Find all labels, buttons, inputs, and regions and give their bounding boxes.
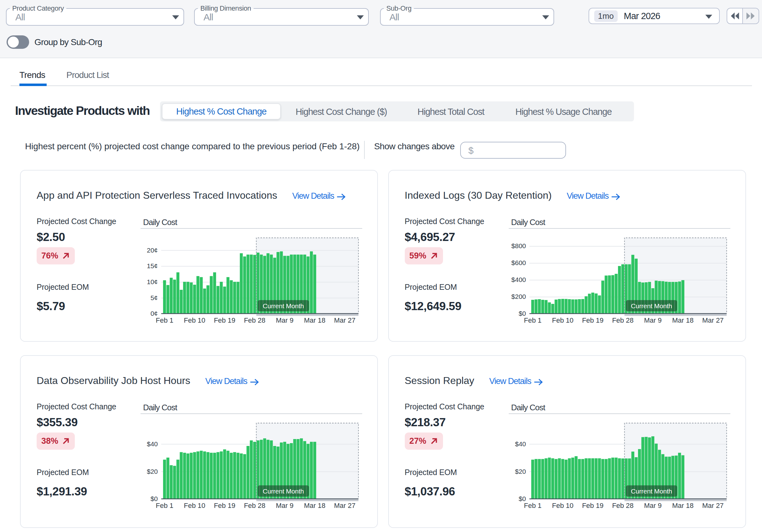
svg-text:$0: $0 — [518, 310, 526, 317]
svg-text:$600: $600 — [511, 259, 526, 266]
svg-text:$40: $40 — [147, 440, 158, 447]
svg-text:Feb 19: Feb 19 — [582, 501, 604, 509]
svg-text:0¢: 0¢ — [151, 310, 158, 317]
svg-text:Feb 1: Feb 1 — [156, 316, 173, 324]
svg-text:Feb 1: Feb 1 — [524, 316, 541, 324]
svg-text:Mar 27: Mar 27 — [702, 501, 723, 509]
svg-text:Feb 10: Feb 10 — [184, 316, 205, 324]
svg-text:10¢: 10¢ — [147, 278, 158, 285]
svg-text:Mar 9: Mar 9 — [644, 316, 661, 324]
svg-text:Current Month: Current Month — [631, 488, 672, 495]
svg-text:Feb 10: Feb 10 — [552, 316, 573, 324]
svg-text:Feb 10: Feb 10 — [184, 501, 205, 509]
svg-text:15¢: 15¢ — [147, 262, 158, 269]
svg-text:$40: $40 — [515, 440, 526, 447]
svg-text:Mar 18: Mar 18 — [304, 316, 325, 324]
svg-text:$20: $20 — [515, 468, 526, 475]
svg-text:Feb 28: Feb 28 — [244, 501, 266, 509]
svg-text:Feb 28: Feb 28 — [244, 316, 266, 324]
svg-text:Mar 9: Mar 9 — [276, 316, 293, 324]
svg-text:Feb 28: Feb 28 — [612, 501, 634, 509]
svg-text:$0: $0 — [518, 495, 526, 502]
svg-text:Mar 27: Mar 27 — [334, 501, 355, 509]
svg-text:Feb 19: Feb 19 — [214, 316, 235, 324]
svg-text:Feb 10: Feb 10 — [552, 501, 573, 509]
svg-text:Mar 9: Mar 9 — [644, 501, 661, 509]
svg-text:$0: $0 — [151, 495, 158, 502]
svg-text:5¢: 5¢ — [151, 294, 158, 301]
svg-text:Feb 1: Feb 1 — [524, 501, 541, 509]
svg-text:Mar 18: Mar 18 — [672, 501, 693, 509]
svg-text:Feb 19: Feb 19 — [582, 316, 604, 324]
svg-text:Mar 18: Mar 18 — [672, 316, 693, 324]
svg-text:Feb 19: Feb 19 — [214, 501, 235, 509]
svg-text:$800: $800 — [511, 242, 526, 249]
svg-text:Current Month: Current Month — [263, 302, 304, 309]
svg-text:Feb 1: Feb 1 — [156, 501, 173, 509]
svg-text:Mar 27: Mar 27 — [334, 316, 355, 324]
svg-text:Current Month: Current Month — [631, 302, 672, 309]
svg-text:$200: $200 — [511, 293, 526, 300]
svg-text:Current Month: Current Month — [263, 488, 304, 495]
svg-text:Mar 18: Mar 18 — [304, 501, 325, 509]
svg-text:Mar 27: Mar 27 — [702, 316, 723, 324]
svg-text:Feb 28: Feb 28 — [612, 316, 634, 324]
svg-text:20¢: 20¢ — [147, 247, 158, 254]
svg-text:$400: $400 — [511, 276, 526, 283]
svg-text:Mar 9: Mar 9 — [276, 501, 293, 509]
svg-text:$20: $20 — [147, 468, 158, 475]
